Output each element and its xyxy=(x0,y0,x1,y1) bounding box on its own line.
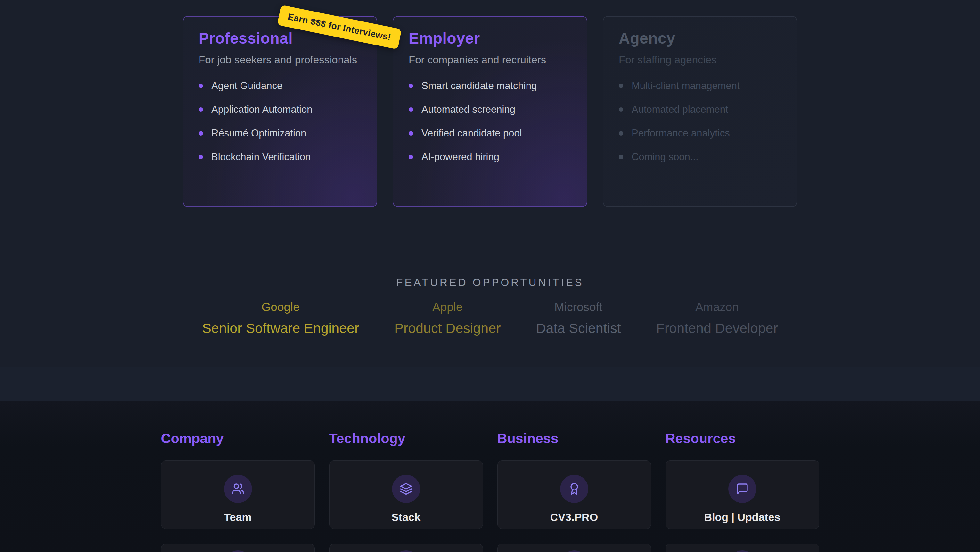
bullet-dot-icon xyxy=(199,84,203,88)
feature-label: Agent Guidance xyxy=(212,80,282,92)
plan-tagline: For job seekers and professionals xyxy=(199,54,361,66)
footer-col-technology: Technology Stack xyxy=(329,431,483,552)
plan-feature-list: Agent Guidance Application Automation Ré… xyxy=(199,80,361,163)
featured-job-google[interactable]: Google Senior Software Engineer xyxy=(202,300,359,336)
feature-label: Automated placement xyxy=(632,104,728,115)
featured-opportunities-section: FEATURED OPPORTUNITIES Google Senior Sof… xyxy=(0,239,980,367)
job-company: Google xyxy=(202,300,359,314)
bullet-dot-icon xyxy=(199,107,203,112)
plan-tagline: For companies and recruiters xyxy=(409,54,571,66)
feature-label: Verified candidate pool xyxy=(422,128,522,139)
bullet-dot-icon xyxy=(409,155,413,159)
footer-heading: Technology xyxy=(329,431,483,446)
bullet-dot-icon xyxy=(199,155,203,159)
bullet-dot-icon xyxy=(619,84,623,88)
footer-card-label: CV3.PRO xyxy=(550,511,598,523)
bullet-dot-icon xyxy=(409,131,413,136)
feature-item: AI-powered hiring xyxy=(409,151,571,163)
featured-job-amazon[interactable]: Amazon Frontend Developer xyxy=(656,300,778,336)
feature-label: Smart candidate matching xyxy=(422,80,537,92)
hidden-icon xyxy=(224,550,252,552)
feature-label: AI-powered hiring xyxy=(422,151,499,163)
job-company: Amazon xyxy=(656,300,778,314)
job-title: Data Scientist xyxy=(536,321,620,336)
feature-item: Verified candidate pool xyxy=(409,128,571,139)
job-company: Apple xyxy=(394,300,501,314)
footer-card-blog[interactable]: Blog | Updates xyxy=(665,460,819,529)
feature-item: Blockchain Verification xyxy=(199,151,361,163)
featured-job-microsoft[interactable]: Microsoft Data Scientist xyxy=(536,300,620,336)
feature-item: Automated placement xyxy=(619,104,781,115)
feature-label: Application Automation xyxy=(212,104,312,115)
footer-col-business: Business CV3.PRO xyxy=(497,431,651,552)
message-square-icon xyxy=(728,475,756,503)
feature-item: Application Automation xyxy=(199,104,361,115)
bullet-dot-icon xyxy=(409,84,413,88)
footer-card-partial[interactable] xyxy=(161,544,315,552)
plan-tagline: For staffing agencies xyxy=(619,54,781,66)
plan-title: Agency xyxy=(619,30,781,47)
footer-section: Company Team Technology xyxy=(0,401,980,552)
feature-label: Blockchain Verification xyxy=(212,151,311,163)
footer-card-partial[interactable] xyxy=(329,544,483,552)
feature-label: Automated screening xyxy=(422,104,515,115)
feature-label: Performance analytics xyxy=(632,128,730,139)
plan-card-employer[interactable]: Employer For companies and recruiters Sm… xyxy=(393,16,587,207)
feature-item: Smart candidate matching xyxy=(409,80,571,92)
job-company: Microsoft xyxy=(536,300,620,314)
footer-col-resources: Resources Blog | Updates xyxy=(665,431,819,552)
hidden-icon xyxy=(560,550,588,552)
footer-heading: Resources xyxy=(665,431,819,446)
feature-item: Coming soon... xyxy=(619,151,781,163)
footer-col-company: Company Team xyxy=(161,431,315,552)
footer-card-label: Blog | Updates xyxy=(704,511,780,523)
landing-page: Earn $$$ for Interviews! Professional Fo… xyxy=(0,0,980,552)
footer-heading: Company xyxy=(161,431,315,446)
users-icon xyxy=(224,475,252,503)
footer-heading: Business xyxy=(497,431,651,446)
plans-section: Earn $$$ for Interviews! Professional Fo… xyxy=(0,1,980,239)
feature-item: Performance analytics xyxy=(619,128,781,139)
bullet-dot-icon xyxy=(409,107,413,112)
plan-card-professional[interactable]: Earn $$$ for Interviews! Professional Fo… xyxy=(183,16,377,207)
feature-item: Agent Guidance xyxy=(199,80,361,92)
plan-feature-list: Multi-client management Automated placem… xyxy=(619,80,781,163)
plan-card-agency: Agency For staffing agencies Multi-clien… xyxy=(603,16,797,207)
award-icon xyxy=(560,475,588,503)
feature-label: Coming soon... xyxy=(632,151,698,163)
featured-jobs-row: Google Senior Software Engineer Apple Pr… xyxy=(0,300,980,336)
job-title: Frontend Developer xyxy=(656,321,778,336)
footer-columns: Company Team Technology xyxy=(0,431,980,552)
footer-card-stack[interactable]: Stack xyxy=(329,460,483,529)
feature-item: Résumé Optimization xyxy=(199,128,361,139)
feature-label: Résumé Optimization xyxy=(212,128,306,139)
plan-title: Employer xyxy=(409,30,571,47)
feature-item: Automated screening xyxy=(409,104,571,115)
hidden-icon xyxy=(392,550,420,552)
feature-item: Multi-client management xyxy=(619,80,781,92)
footer-card-team[interactable]: Team xyxy=(161,460,315,529)
footer-card-cv3pro[interactable]: CV3.PRO xyxy=(497,460,651,529)
job-title: Product Designer xyxy=(394,321,501,336)
footer-card-label: Stack xyxy=(391,511,420,523)
featured-job-apple[interactable]: Apple Product Designer xyxy=(394,300,501,336)
bullet-dot-icon xyxy=(619,155,623,159)
bullet-dot-icon xyxy=(619,131,623,136)
hidden-icon xyxy=(728,550,756,552)
plan-feature-list: Smart candidate matching Automated scree… xyxy=(409,80,571,163)
footer-card-partial[interactable] xyxy=(665,544,819,552)
bullet-dot-icon xyxy=(619,107,623,112)
bullet-dot-icon xyxy=(199,131,203,136)
section-spacer-band xyxy=(0,367,980,401)
layers-icon xyxy=(392,475,420,503)
footer-card-label: Team xyxy=(224,511,251,523)
job-title: Senior Software Engineer xyxy=(202,321,359,336)
featured-heading: FEATURED OPPORTUNITIES xyxy=(0,277,980,288)
feature-label: Multi-client management xyxy=(632,80,740,92)
footer-card-partial[interactable] xyxy=(497,544,651,552)
